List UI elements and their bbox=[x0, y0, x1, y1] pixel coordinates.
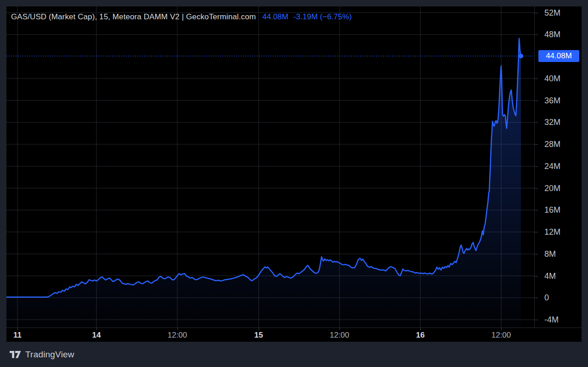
current-price-badge: 44.08M bbox=[538, 50, 579, 62]
price-axis-label: 28M bbox=[544, 140, 560, 148]
price-line-series bbox=[6, 39, 521, 297]
time-axis-label: 14 bbox=[92, 331, 101, 339]
price-axis-tick bbox=[535, 144, 538, 145]
price-axis-label: 16M bbox=[544, 206, 560, 214]
price-axis-label: 52M bbox=[544, 9, 560, 17]
time-axis-tick bbox=[96, 328, 97, 330]
price-axis-label: -4M bbox=[544, 316, 559, 324]
price-axis-tick bbox=[535, 34, 538, 35]
price-axis-label: 12M bbox=[544, 228, 560, 236]
price-axis-tick bbox=[535, 232, 538, 232]
price-area-fill bbox=[6, 39, 521, 327]
time-axis-label: 16 bbox=[416, 331, 425, 339]
symbol-title[interactable]: GAS/USD (Market Cap), 15, Meteora DAMM V… bbox=[11, 12, 256, 22]
price-axis-tick bbox=[535, 13, 538, 13]
time-axis[interactable]: 111412:001512:001612:00 bbox=[6, 327, 582, 342]
time-axis-label: 12:00 bbox=[168, 331, 187, 339]
time-axis-tick bbox=[17, 328, 18, 330]
price-axis-label: 36M bbox=[544, 96, 560, 105]
chart-svg bbox=[6, 6, 534, 327]
time-axis-tick bbox=[259, 328, 259, 330]
price-axis-label: 40M bbox=[544, 74, 560, 83]
tradingview-logo-icon bbox=[10, 351, 21, 358]
price-axis-tick bbox=[535, 320, 538, 320]
last-price-value: 44.08M bbox=[262, 12, 288, 22]
price-axis[interactable]: 44.08M 52M48M40M36M32M28M24M20M16M12M8M4… bbox=[534, 6, 582, 327]
price-axis-tick bbox=[535, 101, 538, 101]
price-axis-label: 4M bbox=[544, 272, 556, 280]
price-axis-tick bbox=[535, 298, 538, 298]
price-axis-tick bbox=[535, 210, 538, 210]
time-axis-label: 11 bbox=[13, 331, 22, 339]
time-axis-label: 12:00 bbox=[330, 331, 350, 339]
chart-legend: GAS/USD (Market Cap), 15, Meteora DAMM V… bbox=[11, 12, 352, 22]
chart-widget: GAS/USD (Market Cap), 15, Meteora DAMM V… bbox=[0, 0, 588, 367]
tradingview-attribution[interactable]: TradingView bbox=[10, 350, 74, 360]
price-axis-tick bbox=[535, 79, 538, 79]
price-axis-label: 32M bbox=[544, 118, 560, 126]
price-axis-label: 8M bbox=[544, 250, 556, 258]
price-axis-tick bbox=[535, 166, 538, 167]
price-axis-label: 48M bbox=[544, 30, 560, 39]
footer-bar: TradingView bbox=[0, 342, 588, 367]
last-price-marker bbox=[519, 54, 523, 58]
time-axis-tick bbox=[420, 328, 421, 330]
price-axis-label: 20M bbox=[544, 184, 560, 192]
price-axis-tick bbox=[535, 188, 538, 189]
time-axis-tick bbox=[177, 328, 178, 330]
price-axis-label: 24M bbox=[544, 162, 560, 170]
time-axis-label: 12:00 bbox=[492, 331, 511, 339]
time-axis-tick bbox=[501, 328, 502, 330]
price-axis-tick bbox=[535, 254, 538, 254]
price-axis-tick bbox=[535, 122, 538, 123]
price-axis-label: 0 bbox=[544, 294, 549, 302]
time-axis-tick bbox=[339, 328, 340, 330]
chart-pane[interactable]: GAS/USD (Market Cap), 15, Meteora DAMM V… bbox=[6, 6, 534, 327]
time-axis-label: 15 bbox=[254, 331, 263, 339]
price-change-value: -3.19M (−6.75%) bbox=[294, 12, 352, 22]
tradingview-brand-text: TradingView bbox=[25, 350, 74, 360]
price-axis-tick bbox=[535, 276, 538, 277]
